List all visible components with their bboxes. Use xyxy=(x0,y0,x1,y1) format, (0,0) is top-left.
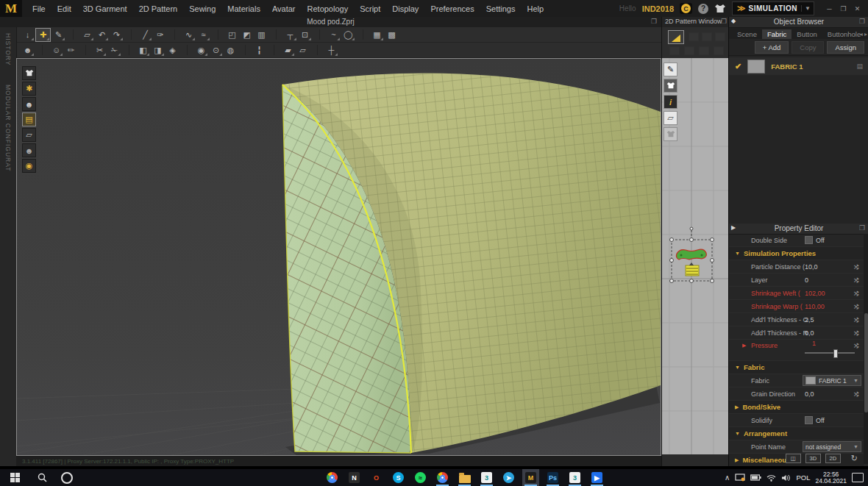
transform-pattern-icon[interactable]: ▱ xyxy=(80,29,94,41)
assign-fabric-button[interactable]: Assign xyxy=(827,41,864,54)
scrollbar-thumb[interactable] xyxy=(864,313,868,412)
fabric-swatch[interactable] xyxy=(747,60,765,74)
close-button[interactable]: ✕ xyxy=(851,3,864,14)
object-browser-header[interactable]: ◆ Object Browser ❐ xyxy=(729,17,868,28)
pattern-canvas[interactable]: ✎i▱ xyxy=(662,58,729,454)
popout-icon[interactable]: ❐ xyxy=(651,18,657,25)
avatar-tape-edit-icon[interactable]: ✏ xyxy=(64,44,78,57)
menu-sewing[interactable]: Sewing xyxy=(183,4,221,13)
buttonhole-lock-icon[interactable]: ◍ xyxy=(224,44,238,57)
popout-icon[interactable]: ❐ xyxy=(721,18,727,25)
help-icon[interactable]: ? xyxy=(698,4,708,14)
menu-file[interactable]: File xyxy=(26,4,51,13)
import-icon[interactable]: ↓ xyxy=(21,29,35,41)
menu-2d-pattern[interactable]: 2D Pattern xyxy=(133,4,184,13)
menu-preferences[interactable]: Preferences xyxy=(424,4,480,13)
marvelous-designer-icon[interactable]: M xyxy=(522,469,539,486)
menu-materials[interactable]: Materials xyxy=(221,4,266,13)
section-simulation-properties[interactable]: ▼Simulation Properties xyxy=(729,247,864,260)
menu-edit[interactable]: Edit xyxy=(51,4,77,13)
office-icon[interactable]: O xyxy=(368,469,385,486)
battery-icon[interactable] xyxy=(750,474,761,481)
wrench-icon[interactable]: ⚒ xyxy=(853,263,860,269)
menu-script[interactable]: Script xyxy=(354,4,386,13)
wrench-icon[interactable]: ⚒ xyxy=(853,276,860,282)
section-bond-skive[interactable]: ▶Bond/Skive xyxy=(729,401,864,414)
wrench-icon[interactable]: ⚒ xyxy=(853,316,860,322)
movies-tv-icon[interactable]: ▶ xyxy=(588,469,605,486)
3dsmax-icon[interactable]: 3 xyxy=(478,469,495,486)
measure-guide-icon[interactable]: ┼ xyxy=(324,44,338,57)
pin-tool-icon[interactable]: ┬ xyxy=(283,29,297,41)
show-avatar-alt-icon[interactable]: ☻ xyxy=(22,143,36,157)
wrench-icon[interactable]: ⚒ xyxy=(853,390,860,396)
pen-tool-icon[interactable]: ✎ xyxy=(664,62,677,76)
wrench-icon[interactable]: ⚒ xyxy=(853,343,860,349)
modular-configurator-tab[interactable]: MODULAR CONFIGURAT xyxy=(4,85,12,171)
curve-tool-icon[interactable]: ~ xyxy=(327,29,341,41)
history-panel-tab[interactable]: HISTORY xyxy=(4,33,12,65)
skype-icon[interactable]: S xyxy=(390,469,407,486)
property-editor-header[interactable]: ▶ Property Editor ❐ xyxy=(729,224,868,235)
show-texture-icon[interactable]: ✱ xyxy=(22,82,36,96)
spotify-icon[interactable]: ≈ xyxy=(412,469,429,486)
select-pen-tool-icon[interactable]: ✎ xyxy=(51,29,65,41)
tab-button[interactable]: Button xyxy=(791,29,822,39)
volume-icon[interactable] xyxy=(781,474,791,482)
pressure-slider[interactable] xyxy=(805,352,855,354)
menu-retopology[interactable]: Retopology xyxy=(302,4,355,13)
restore-button[interactable]: ❐ xyxy=(837,3,850,14)
show-garment-icon[interactable] xyxy=(22,66,36,80)
start-button[interactable] xyxy=(0,473,29,482)
rotate-ccw-icon[interactable]: ↶ xyxy=(95,29,109,41)
show-paper-icon[interactable]: ▱ xyxy=(22,128,36,142)
menu-help[interactable]: Help xyxy=(521,4,549,13)
tab-scroll-arrows[interactable]: ◂ ▸ xyxy=(860,31,867,37)
show-buttons-icon[interactable]: ◉ xyxy=(22,159,36,173)
cortana-button[interactable] xyxy=(54,472,79,484)
show-pattern-2d-icon[interactable]: ▱ xyxy=(664,111,677,125)
wrench-icon[interactable]: ⚒ xyxy=(853,329,860,335)
edit-sewing-icon[interactable]: ╱ xyxy=(138,29,152,41)
copy-fabric-button[interactable]: Copy xyxy=(791,41,824,54)
fabric-swatch-icon[interactable]: ▰ xyxy=(281,44,295,57)
telegram-icon[interactable]: ➤ xyxy=(500,469,517,486)
sewing-brush-icon[interactable]: ✑ xyxy=(153,29,167,41)
property-scrollbar[interactable] xyxy=(864,234,868,464)
pattern-window-tab[interactable]: 2D Pattern Window xyxy=(665,18,722,25)
show-garment-2d-icon[interactable] xyxy=(664,79,677,93)
tab-scene[interactable]: Scene xyxy=(732,29,762,39)
notion-icon[interactable]: N xyxy=(346,469,363,486)
property-pressure[interactable]: ▶Pressure 1⚒ xyxy=(729,340,864,361)
grid-large-icon[interactable]: ▩ xyxy=(385,29,399,41)
fabric-detail-icon[interactable]: ▤ xyxy=(856,62,863,70)
checkbox-solidify[interactable] xyxy=(805,416,813,424)
pair-shirts-icon[interactable]: ◩ xyxy=(240,29,254,41)
split-view-button[interactable]: ◫ xyxy=(786,454,801,463)
trousers-icon[interactable]: ▥ xyxy=(255,29,268,41)
pin-box-icon[interactable]: ⊡ xyxy=(298,29,312,41)
grid-small-icon[interactable]: ▦ xyxy=(370,29,384,41)
clock[interactable]: 22:56 24.04.2021 xyxy=(815,471,847,485)
checkbox-double-side[interactable] xyxy=(805,236,813,244)
menu-3d-garment[interactable]: 3D Garment xyxy=(77,4,133,13)
button-large-icon[interactable]: ⊙ xyxy=(209,44,223,57)
free-sewing-icon[interactable]: ≈ xyxy=(196,29,210,41)
menu-avatar[interactable]: Avatar xyxy=(266,4,302,13)
account-badge-icon[interactable]: C xyxy=(680,3,692,14)
menu-settings[interactable]: Settings xyxy=(480,4,522,13)
wrench-icon[interactable]: ⚒ xyxy=(853,303,860,309)
minimize-button[interactable]: ─ xyxy=(823,3,836,14)
check-icon[interactable]: ✔ xyxy=(735,62,741,71)
section-arrangement[interactable]: ▼Arrangement xyxy=(729,427,864,440)
zipper-icon[interactable]: ╏ xyxy=(252,44,266,57)
threed-viewport[interactable]: ✱☻▤▱☻◉ xyxy=(16,58,661,456)
quilt-shirt-icon[interactable]: ◈ xyxy=(166,44,179,57)
tab-fabric[interactable]: Fabric xyxy=(762,29,791,39)
avatar-tape-icon[interactable]: ☺ xyxy=(49,44,63,57)
display-tray-icon[interactable] xyxy=(735,474,745,482)
3dsmax-2-icon[interactable]: 3 xyxy=(566,469,583,486)
fabric-swatch-alt-icon[interactable]: ▱ xyxy=(296,44,310,57)
explorer-icon[interactable] xyxy=(456,469,473,486)
chrome-icon[interactable] xyxy=(434,469,451,486)
